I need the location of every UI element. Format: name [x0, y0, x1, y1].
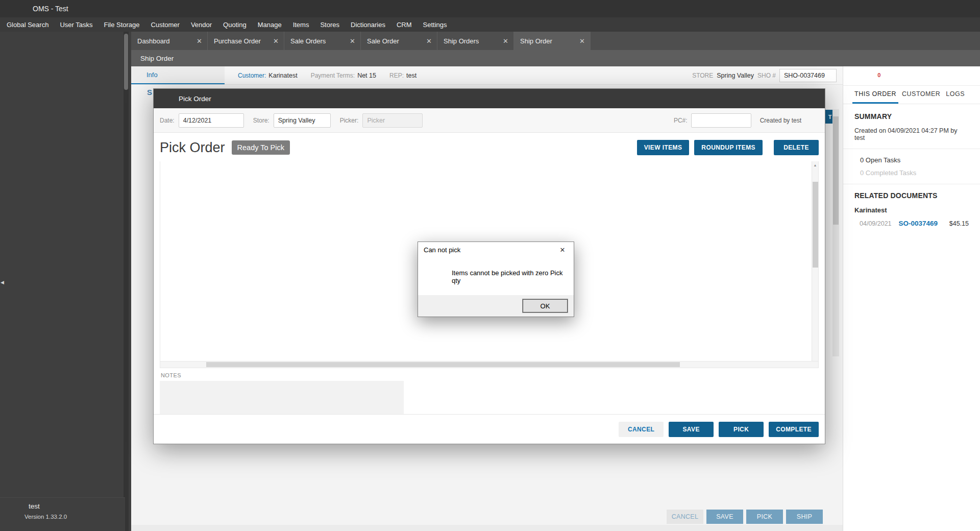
sidebar-collapse-arrow-icon[interactable]: ◀	[1, 280, 4, 285]
window-controls	[910, 0, 980, 17]
document-tab[interactable]: Ship Orders ✕	[437, 32, 514, 50]
related-doc-link[interactable]: SO-0037469	[899, 220, 938, 227]
table-vertical-scrollbar[interactable]: ▲	[812, 161, 818, 361]
table-hscroll-thumb[interactable]	[206, 362, 680, 367]
minimize-icon[interactable]	[910, 0, 933, 17]
document-tab[interactable]: Sale Orders ✕	[284, 32, 361, 50]
document-tab[interactable]: Dashboard ✕	[131, 32, 208, 50]
tab-close-icon[interactable]: ✕	[350, 37, 355, 45]
pick-order-footer: CANCELSAVEPICKCOMPLETE	[154, 414, 825, 444]
tab-close-icon[interactable]: ✕	[503, 37, 508, 45]
table-vscroll-thumb[interactable]	[813, 182, 818, 268]
related-doc-date: 04/09/2021	[860, 220, 892, 227]
menu-item[interactable]: Settings	[418, 17, 453, 32]
menu-item[interactable]: Dictionaries	[345, 17, 391, 32]
ok-button[interactable]: OK	[523, 299, 568, 312]
tab-close-icon[interactable]: ✕	[273, 37, 279, 45]
rep-label: REP:	[389, 72, 404, 79]
close-icon[interactable]: ✕	[551, 242, 574, 257]
menu-item[interactable]: Items	[287, 17, 315, 32]
menu-item[interactable]: User Tasks	[54, 17, 98, 32]
action-button[interactable]: DELETE	[774, 140, 819, 155]
date-value: 4/12/2021	[183, 117, 212, 124]
attachments-button[interactable]: 0	[876, 74, 880, 78]
menu-item[interactable]: Customer	[145, 17, 185, 32]
button-label: ROUNDUP ITEMS	[701, 144, 755, 151]
sidebar: ◀ test Version 1.33.2.0	[0, 32, 131, 531]
scroll-up-arrow-icon[interactable]: ▲	[812, 161, 818, 168]
pick-order-titlebar: Pick Order	[154, 89, 825, 108]
ship-order-window-title: Ship Order	[140, 55, 174, 62]
menu-item[interactable]: Global Search	[1, 17, 54, 32]
restore-icon[interactable]	[933, 0, 957, 17]
restore-icon[interactable]	[933, 50, 957, 66]
dialog-footer-button[interactable]: CANCEL	[619, 422, 664, 437]
store-value: Spring Valley	[717, 72, 754, 79]
button-label: COMPLETE	[776, 426, 812, 433]
sidebar-scrollbar-thumb[interactable]	[124, 34, 128, 90]
customer-field: Customer: Karinatest	[238, 72, 298, 79]
action-button[interactable]: ROUNDUP ITEMS	[694, 140, 763, 155]
tab-close-icon[interactable]: ✕	[197, 37, 202, 45]
document-tab-label: Sale Orders	[290, 37, 326, 45]
info-tab-label: Info	[146, 71, 158, 79]
table-horizontal-scrollbar[interactable]	[160, 361, 819, 368]
app-titlebar: OMS - Test	[0, 0, 980, 17]
related-documents-title: RELATED DOCUMENTS	[854, 191, 969, 200]
store-input[interactable]: Spring Valley	[274, 113, 331, 128]
pick-order-heading: Pick Order	[160, 140, 225, 156]
pc-input[interactable]	[691, 113, 751, 128]
menu-item[interactable]: Vendor	[185, 17, 217, 32]
close-icon[interactable]	[957, 0, 980, 17]
document-tab[interactable]: Ship Order ✕	[514, 32, 591, 50]
picker-select[interactable]: Picker	[362, 113, 423, 128]
tab-close-icon[interactable]: ✕	[579, 37, 585, 45]
side-panel-tab[interactable]: THIS ORDER	[852, 86, 898, 104]
related-document-row: 04/09/2021 SO-0037469 $45.15	[854, 220, 969, 227]
customer-label: Customer:	[238, 72, 266, 79]
created-by-label: Created by test	[760, 117, 801, 124]
action-button[interactable]: VIEW ITEMS	[637, 140, 690, 155]
maximize-icon[interactable]	[780, 89, 802, 108]
close-icon[interactable]	[957, 50, 980, 66]
pc-input-field[interactable]	[696, 117, 747, 124]
order-side-panel: 0 THIS ORDERCUSTOMERLOGS SUMMARY Created…	[843, 66, 980, 531]
ship-window-controls	[910, 50, 980, 66]
print-menu-button[interactable]	[810, 118, 811, 122]
tab-info[interactable]: Info	[131, 66, 225, 84]
error-icon	[426, 268, 445, 286]
document-tab[interactable]: Sale Order ✕	[361, 32, 437, 50]
button-label: SAVE	[682, 426, 699, 433]
menu-item[interactable]: Manage	[252, 17, 287, 32]
status-badge: Ready To Pick	[232, 140, 290, 155]
completed-tasks-row[interactable]: 0 Completed Tasks	[854, 169, 969, 177]
document-menu-button[interactable]	[967, 74, 968, 78]
dialog-footer-button[interactable]: PICK	[719, 422, 764, 437]
date-input[interactable]: 4/12/2021	[179, 113, 244, 128]
error-dialog-title: Can not pick	[424, 246, 460, 254]
created-info: Created on 04/09/2021 04:27 PM by test	[854, 127, 969, 141]
sho-number-input[interactable]	[779, 69, 837, 82]
minimize-icon[interactable]	[910, 50, 933, 66]
sidebar-scrollbar[interactable]	[124, 32, 129, 531]
menu-item[interactable]: Quoting	[217, 17, 252, 32]
close-icon[interactable]	[802, 89, 825, 108]
print-menu-button[interactable]	[924, 74, 925, 78]
menu-item[interactable]: Stores	[314, 17, 345, 32]
sho-label: SHO #	[757, 72, 776, 79]
tab-close-icon[interactable]: ✕	[426, 37, 432, 45]
document-menu-button[interactable]	[818, 118, 819, 122]
receipt-menu-button[interactable]	[901, 74, 902, 78]
menu-item[interactable]: File Storage	[98, 17, 145, 32]
side-panel-tab[interactable]: LOGS	[944, 86, 967, 104]
notes-box[interactable]	[160, 381, 404, 416]
document-tab[interactable]: Purchase Order ✕	[208, 32, 284, 50]
side-panel-tab[interactable]: CUSTOMER	[900, 86, 942, 104]
dialog-footer-button[interactable]: SAVE	[669, 422, 714, 437]
customer-value: Karinatest	[268, 72, 297, 79]
user-name[interactable]: test	[29, 502, 40, 510]
dialog-footer-button[interactable]: COMPLETE	[769, 422, 819, 437]
open-tasks-row[interactable]: 0 Open Tasks	[854, 156, 969, 164]
menu-item[interactable]: CRM	[391, 17, 418, 32]
button-label: CANCEL	[628, 426, 654, 433]
